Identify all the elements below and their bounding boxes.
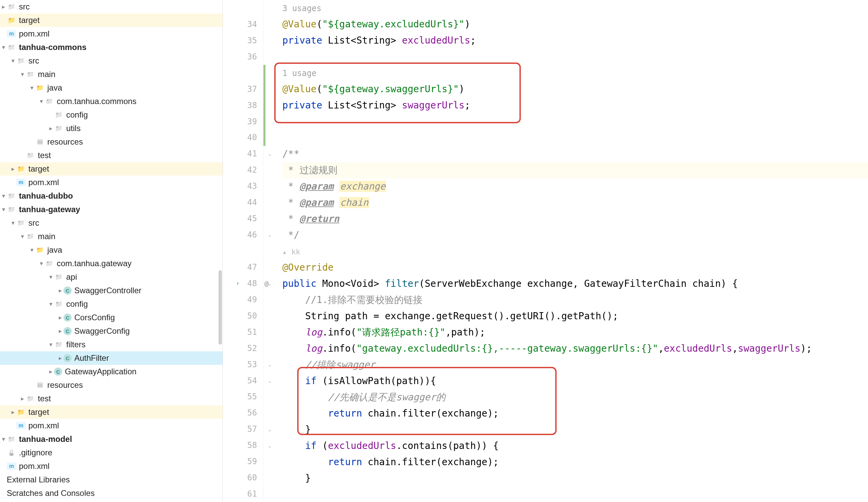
tree-item-java[interactable]: java (0, 243, 223, 257)
expand-arrow-icon[interactable] (47, 273, 54, 281)
expand-arrow-icon[interactable] (9, 219, 16, 227)
fold-toggle-icon[interactable]: ⌄ (268, 151, 272, 157)
expand-arrow-icon[interactable] (47, 125, 54, 132)
usages-hint[interactable]: 3 usages (282, 4, 321, 13)
line-number[interactable] (223, 65, 263, 81)
fold-toggle-icon[interactable]: ⌄ (268, 361, 272, 368)
fold-toggle-icon[interactable]: ⌄ (268, 442, 272, 449)
tree-item-swaggerconfig[interactable]: CSwaggerConfig (0, 324, 223, 338)
code-line[interactable]: @Value("${gateway.excludedUrls}") (282, 16, 868, 32)
tree-item-external-libraries[interactable]: External Libraries (0, 473, 223, 486)
line-number[interactable] (223, 0, 263, 16)
line-number[interactable]: 41 (223, 146, 263, 162)
tree-item-pom-xml[interactable]: mpom.xml (0, 459, 223, 473)
line-number[interactable]: 48⬆@ (223, 275, 263, 291)
fold-toggle-icon[interactable]: ⌄ (268, 426, 272, 433)
line-number[interactable]: 51 (223, 324, 263, 340)
expand-arrow-icon[interactable] (57, 355, 63, 362)
expand-arrow-icon[interactable] (0, 3, 7, 10)
expand-arrow-icon[interactable] (47, 300, 54, 308)
tree-item-config[interactable]: config (0, 108, 223, 122)
line-number[interactable]: 55 (223, 389, 263, 405)
line-number[interactable]: 46 (223, 227, 263, 243)
line-number[interactable]: 54 (223, 372, 263, 389)
fold-toggle-icon[interactable]: ⌄ (268, 280, 272, 287)
override-gutter-icon[interactable]: ⬆ (236, 281, 239, 286)
tree-item-swaggercontroller[interactable]: CSwaggerController (0, 284, 223, 297)
code-line[interactable]: public Mono<Void> filter(ServerWebExchan… (282, 276, 868, 292)
line-number[interactable]: 45 (223, 211, 263, 227)
line-number[interactable]: 40 (223, 130, 263, 146)
fold-toggle-icon[interactable]: ⌄ (268, 232, 272, 238)
line-number[interactable]: 53 (223, 356, 263, 372)
expand-arrow-icon[interactable] (19, 233, 26, 240)
expand-arrow-icon[interactable] (19, 71, 26, 78)
code-line[interactable] (282, 49, 868, 65)
tree-item-corsconfig[interactable]: CCorsConfig (0, 311, 223, 324)
code-line[interactable]: 1 usage (282, 65, 868, 81)
line-number[interactable]: 59 (223, 453, 263, 470)
tree-item-src[interactable]: src (0, 0, 223, 13)
line-number[interactable]: 35 (223, 32, 263, 49)
code-line[interactable] (282, 113, 868, 130)
vcs-change-marker[interactable] (264, 65, 266, 146)
line-number[interactable]: 60 (223, 470, 263, 486)
code-line[interactable]: private List<String> swaggerUrls; (282, 97, 868, 113)
tree-item-com-tanhua-gateway[interactable]: com.tanhua.gateway (0, 257, 223, 270)
line-number[interactable]: 50 (223, 308, 263, 324)
tree-item-resources[interactable]: resources (0, 378, 223, 392)
expand-arrow-icon[interactable] (38, 98, 44, 105)
code-line[interactable]: if (isAllowPath(path)){ (282, 373, 868, 389)
tree-item-resources[interactable]: resources (0, 135, 223, 148)
code-line[interactable]: //先确认是不是swagger的 (282, 389, 868, 406)
tree-item-test[interactable]: test (0, 392, 223, 406)
expand-arrow-icon[interactable] (19, 395, 26, 402)
code-line[interactable]: return chain.filter(exchange); (282, 454, 868, 470)
tree-item-target[interactable]: target (0, 13, 223, 27)
tree-item-tanhua-gateway[interactable]: tanhua-gateway (0, 203, 223, 216)
expand-arrow-icon[interactable] (57, 314, 63, 321)
code-line[interactable]: 3 usages (282, 0, 868, 16)
code-line[interactable]: /** (282, 146, 868, 162)
tree-item-gatewayapplication[interactable]: CGatewayApplication (0, 365, 223, 378)
line-number[interactable]: 43 (223, 178, 263, 194)
expand-arrow-icon[interactable] (9, 408, 16, 416)
tree-item-pom-xml[interactable]: mpom.xml (0, 176, 223, 189)
tree-item-src[interactable]: src (0, 216, 223, 230)
expand-arrow-icon[interactable] (0, 436, 7, 443)
tree-item-pom-xml[interactable]: mpom.xml (0, 419, 223, 432)
line-number[interactable]: 58 (223, 437, 263, 453)
expand-arrow-icon[interactable] (57, 287, 63, 294)
code-line[interactable]: //1.排除不需要校验的链接 (282, 292, 868, 308)
tree-item-com-tanhua-commons[interactable]: com.tanhua.commons (0, 95, 223, 108)
code-line[interactable]: log.info("gateway.excludedUrls:{},-----g… (282, 340, 868, 357)
code-line[interactable]: ▴ kk (282, 243, 868, 259)
tree-item-scratches-and-consoles[interactable]: Scratches and Consoles (0, 486, 223, 500)
tree-item-config[interactable]: config (0, 297, 223, 311)
code-line[interactable]: String path = exchange.getRequest().getU… (282, 308, 868, 324)
code-line[interactable]: return chain.filter(exchange); (282, 406, 868, 422)
line-number[interactable]: 52 (223, 340, 263, 356)
tree-item-tanhua-model[interactable]: tanhua-model (0, 432, 223, 446)
code-line[interactable]: log.info("请求路径path:{}",path); (282, 324, 868, 340)
code-line[interactable]: @Value("${gateway.swaggerUrls}") (282, 81, 868, 97)
tree-item-target[interactable]: target (0, 162, 223, 176)
expand-arrow-icon[interactable] (28, 84, 35, 92)
tree-item-java[interactable]: java (0, 81, 223, 95)
code-line[interactable]: @Override (282, 259, 868, 276)
code-area[interactable]: 3 usages@Value("${gateway.excludedUrls}"… (274, 0, 868, 502)
line-number[interactable] (223, 243, 263, 259)
expand-arrow-icon[interactable] (9, 165, 16, 173)
expand-arrow-icon[interactable] (0, 43, 7, 51)
expand-arrow-icon[interactable] (47, 368, 54, 375)
fold-toggle-icon[interactable]: ⌄ (268, 378, 272, 384)
tree-item-tanhua-commons[interactable]: tanhua-commons (0, 41, 223, 54)
expand-arrow-icon[interactable] (0, 206, 7, 213)
line-number[interactable]: 44 (223, 194, 263, 211)
code-line[interactable]: } (282, 470, 868, 486)
tree-item-pom-xml[interactable]: mpom.xml (0, 27, 223, 41)
line-number[interactable]: 38 (223, 97, 263, 113)
line-number[interactable]: 49 (223, 291, 263, 308)
code-line[interactable]: } (282, 422, 868, 438)
line-number[interactable]: 37 (223, 81, 263, 97)
